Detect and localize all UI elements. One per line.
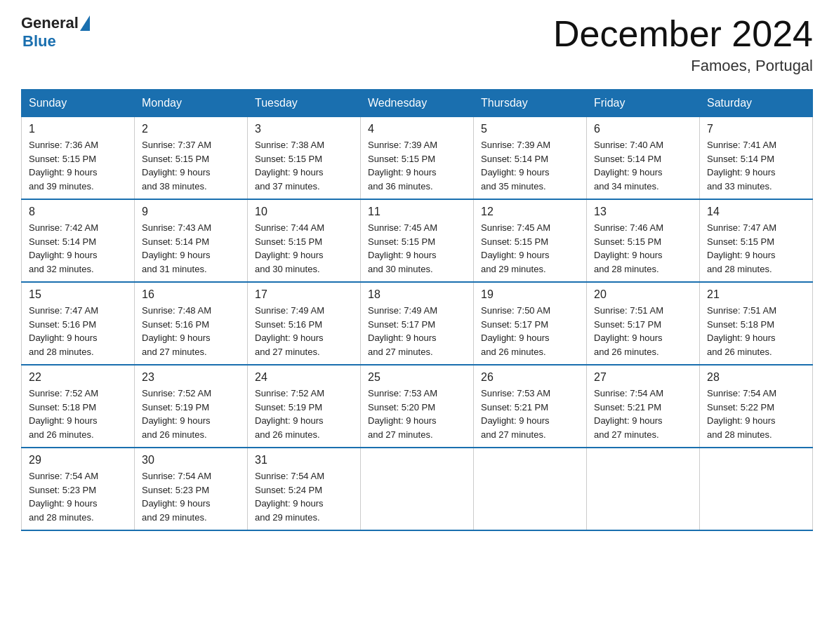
day-cell: 5 Sunrise: 7:39 AM Sunset: 5:14 PM Dayli… xyxy=(474,117,587,200)
weekday-header-monday: Monday xyxy=(135,90,248,117)
day-info: Sunrise: 7:51 AM Sunset: 5:17 PM Dayligh… xyxy=(594,304,692,358)
day-info: Sunrise: 7:43 AM Sunset: 5:14 PM Dayligh… xyxy=(142,221,240,276)
day-number: 2 xyxy=(142,123,240,135)
day-number: 17 xyxy=(255,288,353,301)
day-info: Sunrise: 7:44 AM Sunset: 5:15 PM Dayligh… xyxy=(255,221,353,276)
page-header: General Blue December 2024 Famoes, Portu… xyxy=(21,14,813,75)
day-number: 19 xyxy=(481,288,579,301)
day-cell: 13 Sunrise: 7:46 AM Sunset: 5:15 PM Dayl… xyxy=(587,199,700,282)
weekday-header-friday: Friday xyxy=(587,90,700,117)
day-number: 4 xyxy=(368,123,466,135)
day-number: 26 xyxy=(481,371,579,384)
week-row-4: 22 Sunrise: 7:52 AM Sunset: 5:18 PM Dayl… xyxy=(22,365,813,448)
day-cell: 27 Sunrise: 7:54 AM Sunset: 5:21 PM Dayl… xyxy=(587,365,700,448)
day-info: Sunrise: 7:49 AM Sunset: 5:16 PM Dayligh… xyxy=(255,304,353,358)
week-row-3: 15 Sunrise: 7:47 AM Sunset: 5:16 PM Dayl… xyxy=(22,282,813,365)
month-title: December 2024 xyxy=(553,14,813,54)
day-number: 3 xyxy=(255,123,353,135)
day-cell: 12 Sunrise: 7:45 AM Sunset: 5:15 PM Dayl… xyxy=(474,199,587,282)
day-info: Sunrise: 7:54 AM Sunset: 5:24 PM Dayligh… xyxy=(255,469,353,524)
week-row-1: 1 Sunrise: 7:36 AM Sunset: 5:15 PM Dayli… xyxy=(22,117,813,200)
day-info: Sunrise: 7:46 AM Sunset: 5:15 PM Dayligh… xyxy=(594,221,692,276)
day-cell xyxy=(700,448,813,530)
day-cell: 19 Sunrise: 7:50 AM Sunset: 5:17 PM Dayl… xyxy=(474,282,587,365)
day-cell xyxy=(474,448,587,530)
day-cell: 1 Sunrise: 7:36 AM Sunset: 5:15 PM Dayli… xyxy=(22,117,135,200)
day-number: 18 xyxy=(368,288,466,301)
location: Famoes, Portugal xyxy=(553,57,813,75)
day-number: 8 xyxy=(29,206,127,218)
day-cell: 8 Sunrise: 7:42 AM Sunset: 5:14 PM Dayli… xyxy=(22,199,135,282)
day-info: Sunrise: 7:54 AM Sunset: 5:23 PM Dayligh… xyxy=(29,469,127,524)
logo-blue-text: Blue xyxy=(22,32,56,50)
day-info: Sunrise: 7:37 AM Sunset: 5:15 PM Dayligh… xyxy=(142,138,240,193)
day-info: Sunrise: 7:45 AM Sunset: 5:15 PM Dayligh… xyxy=(481,221,579,276)
day-cell: 21 Sunrise: 7:51 AM Sunset: 5:18 PM Dayl… xyxy=(700,282,813,365)
day-info: Sunrise: 7:45 AM Sunset: 5:15 PM Dayligh… xyxy=(368,221,466,276)
weekday-header-tuesday: Tuesday xyxy=(248,90,361,117)
day-cell: 6 Sunrise: 7:40 AM Sunset: 5:14 PM Dayli… xyxy=(587,117,700,200)
day-cell: 31 Sunrise: 7:54 AM Sunset: 5:24 PM Dayl… xyxy=(248,448,361,530)
day-cell: 23 Sunrise: 7:52 AM Sunset: 5:19 PM Dayl… xyxy=(135,365,248,448)
weekday-header-saturday: Saturday xyxy=(700,90,813,117)
day-cell xyxy=(587,448,700,530)
day-info: Sunrise: 7:39 AM Sunset: 5:14 PM Dayligh… xyxy=(481,138,579,193)
day-info: Sunrise: 7:39 AM Sunset: 5:15 PM Dayligh… xyxy=(368,138,466,193)
day-cell: 7 Sunrise: 7:41 AM Sunset: 5:14 PM Dayli… xyxy=(700,117,813,200)
day-number: 13 xyxy=(594,206,692,218)
day-info: Sunrise: 7:53 AM Sunset: 5:20 PM Dayligh… xyxy=(368,387,466,441)
day-info: Sunrise: 7:52 AM Sunset: 5:19 PM Dayligh… xyxy=(255,387,353,441)
day-number: 10 xyxy=(255,206,353,218)
day-info: Sunrise: 7:41 AM Sunset: 5:14 PM Dayligh… xyxy=(707,138,805,193)
day-info: Sunrise: 7:47 AM Sunset: 5:15 PM Dayligh… xyxy=(707,221,805,276)
day-info: Sunrise: 7:47 AM Sunset: 5:16 PM Dayligh… xyxy=(29,304,127,358)
day-info: Sunrise: 7:54 AM Sunset: 5:23 PM Dayligh… xyxy=(142,469,240,524)
day-number: 22 xyxy=(29,371,127,384)
day-cell: 17 Sunrise: 7:49 AM Sunset: 5:16 PM Dayl… xyxy=(248,282,361,365)
day-number: 16 xyxy=(142,288,240,301)
day-number: 14 xyxy=(707,206,805,218)
day-info: Sunrise: 7:52 AM Sunset: 5:19 PM Dayligh… xyxy=(142,387,240,441)
day-info: Sunrise: 7:53 AM Sunset: 5:21 PM Dayligh… xyxy=(481,387,579,441)
day-cell: 9 Sunrise: 7:43 AM Sunset: 5:14 PM Dayli… xyxy=(135,199,248,282)
day-number: 9 xyxy=(142,206,240,218)
day-number: 11 xyxy=(368,206,466,218)
day-number: 1 xyxy=(29,123,127,135)
weekday-header-row: SundayMondayTuesdayWednesdayThursdayFrid… xyxy=(22,90,813,117)
day-number: 21 xyxy=(707,288,805,301)
day-info: Sunrise: 7:52 AM Sunset: 5:18 PM Dayligh… xyxy=(29,387,127,441)
day-info: Sunrise: 7:51 AM Sunset: 5:18 PM Dayligh… xyxy=(707,304,805,358)
day-cell: 29 Sunrise: 7:54 AM Sunset: 5:23 PM Dayl… xyxy=(22,448,135,530)
logo-general-text: General xyxy=(21,14,79,32)
day-number: 24 xyxy=(255,371,353,384)
weekday-header-sunday: Sunday xyxy=(22,90,135,117)
day-cell: 18 Sunrise: 7:49 AM Sunset: 5:17 PM Dayl… xyxy=(361,282,474,365)
day-cell: 10 Sunrise: 7:44 AM Sunset: 5:15 PM Dayl… xyxy=(248,199,361,282)
title-section: December 2024 Famoes, Portugal xyxy=(553,14,813,75)
day-cell: 14 Sunrise: 7:47 AM Sunset: 5:15 PM Dayl… xyxy=(700,199,813,282)
day-cell: 22 Sunrise: 7:52 AM Sunset: 5:18 PM Dayl… xyxy=(22,365,135,448)
day-cell: 24 Sunrise: 7:52 AM Sunset: 5:19 PM Dayl… xyxy=(248,365,361,448)
day-number: 28 xyxy=(707,371,805,384)
day-number: 20 xyxy=(594,288,692,301)
day-number: 5 xyxy=(481,123,579,135)
day-number: 31 xyxy=(255,454,353,467)
logo: General Blue xyxy=(21,14,91,51)
week-row-2: 8 Sunrise: 7:42 AM Sunset: 5:14 PM Dayli… xyxy=(22,199,813,282)
day-cell: 4 Sunrise: 7:39 AM Sunset: 5:15 PM Dayli… xyxy=(361,117,474,200)
day-cell: 25 Sunrise: 7:53 AM Sunset: 5:20 PM Dayl… xyxy=(361,365,474,448)
day-cell: 3 Sunrise: 7:38 AM Sunset: 5:15 PM Dayli… xyxy=(248,117,361,200)
calendar-table: SundayMondayTuesdayWednesdayThursdayFrid… xyxy=(21,89,813,531)
day-number: 23 xyxy=(142,371,240,384)
weekday-header-thursday: Thursday xyxy=(474,90,587,117)
day-info: Sunrise: 7:36 AM Sunset: 5:15 PM Dayligh… xyxy=(29,138,127,193)
day-number: 12 xyxy=(481,206,579,218)
day-cell: 2 Sunrise: 7:37 AM Sunset: 5:15 PM Dayli… xyxy=(135,117,248,200)
day-number: 29 xyxy=(29,454,127,467)
week-row-5: 29 Sunrise: 7:54 AM Sunset: 5:23 PM Dayl… xyxy=(22,448,813,530)
day-info: Sunrise: 7:40 AM Sunset: 5:14 PM Dayligh… xyxy=(594,138,692,193)
day-number: 25 xyxy=(368,371,466,384)
day-cell: 15 Sunrise: 7:47 AM Sunset: 5:16 PM Dayl… xyxy=(22,282,135,365)
day-cell: 30 Sunrise: 7:54 AM Sunset: 5:23 PM Dayl… xyxy=(135,448,248,530)
day-number: 27 xyxy=(594,371,692,384)
